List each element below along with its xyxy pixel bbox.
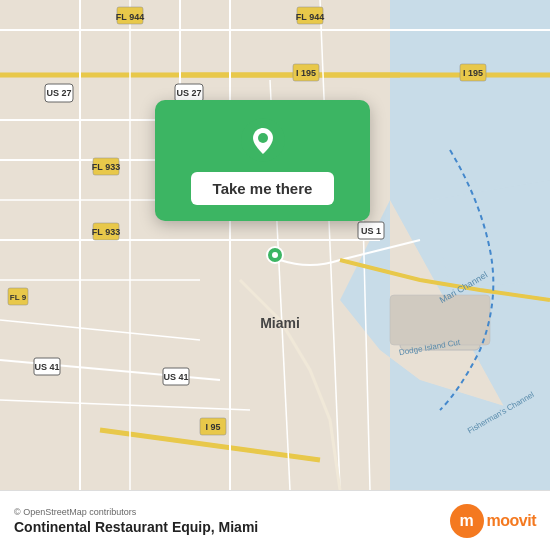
bottom-info: © OpenStreetMap contributors Continental… — [14, 507, 450, 535]
svg-text:US 41: US 41 — [34, 362, 59, 372]
svg-text:FL 944: FL 944 — [116, 12, 144, 22]
map-container: FL 944 FL 944 I 195 I 195 US 27 US 27 FL… — [0, 0, 550, 490]
svg-text:Miami: Miami — [260, 315, 300, 331]
svg-text:I 95: I 95 — [205, 422, 220, 432]
map-attribution: © OpenStreetMap contributors — [14, 507, 450, 517]
svg-text:I 195: I 195 — [463, 68, 483, 78]
svg-text:FL 944: FL 944 — [296, 12, 324, 22]
take-me-there-button[interactable]: Take me there — [191, 172, 335, 205]
location-pin-icon — [241, 118, 285, 162]
map-svg: FL 944 FL 944 I 195 I 195 US 27 US 27 FL… — [0, 0, 550, 490]
svg-text:US 27: US 27 — [46, 88, 71, 98]
moovit-text: moovit — [487, 512, 536, 530]
popup-card: Take me there — [155, 100, 370, 221]
svg-text:US 41: US 41 — [163, 372, 188, 382]
svg-text:FL 933: FL 933 — [92, 162, 120, 172]
svg-rect-4 — [390, 295, 490, 345]
svg-text:US 27: US 27 — [176, 88, 201, 98]
svg-text:I 195: I 195 — [296, 68, 316, 78]
svg-text:FL 9: FL 9 — [10, 293, 27, 302]
svg-point-55 — [272, 252, 278, 258]
moovit-logo: m moovit — [450, 504, 536, 538]
moovit-m-icon: m — [450, 504, 484, 538]
svg-text:FL 933: FL 933 — [92, 227, 120, 237]
place-name: Continental Restaurant Equip, Miami — [14, 519, 450, 535]
bottom-bar: © OpenStreetMap contributors Continental… — [0, 490, 550, 550]
svg-point-57 — [258, 133, 268, 143]
svg-text:US 1: US 1 — [361, 226, 381, 236]
